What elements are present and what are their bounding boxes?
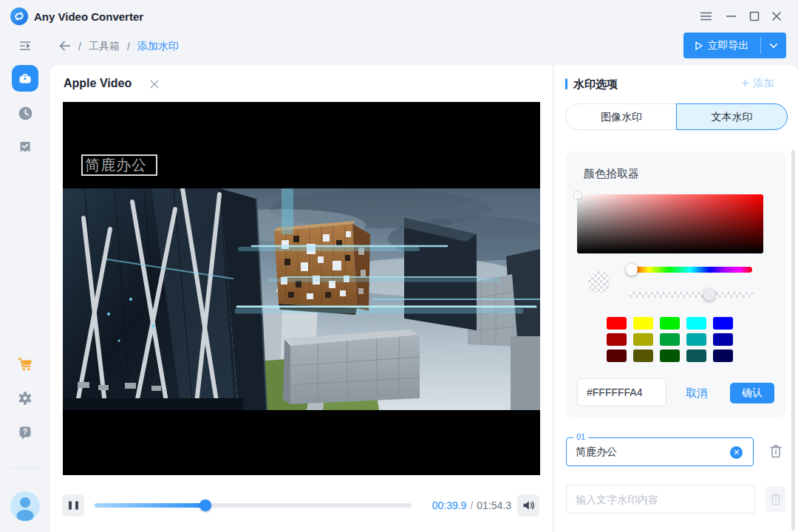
video-frame xyxy=(63,188,540,410)
cancel-button[interactable]: 取消 xyxy=(686,386,708,400)
time-separator: / xyxy=(470,499,473,511)
watermark-text-field-2 xyxy=(566,485,755,514)
clear-input-icon[interactable]: ✕ xyxy=(730,446,743,459)
tab-image-watermark[interactable]: 图像水印 xyxy=(566,104,677,129)
current-time: 00:39.9 xyxy=(432,499,467,511)
color-swatch[interactable] xyxy=(633,349,653,362)
hue-thumb[interactable] xyxy=(626,264,638,276)
sidebar-item-store[interactable] xyxy=(12,351,38,378)
user-avatar[interactable] xyxy=(10,491,40,521)
watermark-type-tabs: 图像水印 文本水印 xyxy=(565,103,787,130)
color-swatch[interactable] xyxy=(686,333,706,346)
tab-text-watermark[interactable]: 文本水印 xyxy=(676,103,788,130)
color-swatch[interactable] xyxy=(607,349,627,362)
add-label: 添加 xyxy=(754,77,774,90)
time-display: 00:39.9 / 01:54.3 xyxy=(414,499,511,511)
video-file-title: Apple Video xyxy=(64,77,132,90)
color-swatch[interactable] xyxy=(686,349,706,362)
confirm-button[interactable]: 确认 xyxy=(730,383,774,403)
person-icon xyxy=(10,491,40,521)
export-button[interactable]: 立即导出 xyxy=(683,33,786,58)
total-duration: 01:54.3 xyxy=(477,499,511,511)
color-swatch[interactable] xyxy=(633,317,653,330)
color-swatch[interactable] xyxy=(607,317,627,330)
window-close-icon[interactable] xyxy=(769,10,784,23)
color-swatch[interactable] xyxy=(713,333,733,346)
breadcrumb-separator: / xyxy=(127,41,130,52)
color-swatch[interactable] xyxy=(660,349,680,362)
add-watermark-button[interactable]: + 添加 xyxy=(741,77,774,90)
clock-icon xyxy=(18,106,33,121)
sidebar-item-toolbox[interactable] xyxy=(12,65,38,92)
window-maximize-icon[interactable] xyxy=(747,10,762,23)
swatch-grid xyxy=(607,317,734,362)
sidebar-item-history[interactable] xyxy=(12,100,38,126)
delete-watermark-2-icon[interactable] xyxy=(765,486,786,512)
color-swatch[interactable] xyxy=(660,317,680,330)
gear-icon xyxy=(17,390,33,406)
breadcrumb-current: 添加水印 xyxy=(137,40,179,53)
delete-watermark-1-icon[interactable] xyxy=(768,443,785,461)
export-dropdown-button[interactable] xyxy=(761,33,786,58)
help-icon: ? xyxy=(18,425,33,440)
panel-scrollbar[interactable] xyxy=(791,150,795,531)
task-check-icon xyxy=(18,140,33,154)
watermark-text-input-2[interactable] xyxy=(576,486,746,512)
back-arrow-icon[interactable] xyxy=(58,38,72,53)
color-picker-title: 颜色拾取器 xyxy=(584,167,639,181)
alpha-slider[interactable] xyxy=(630,292,754,298)
sidebar-divider xyxy=(9,467,41,468)
color-swatch[interactable] xyxy=(686,317,706,330)
app-logo-icon xyxy=(10,7,28,25)
volume-button[interactable] xyxy=(517,494,539,516)
video-preview[interactable]: 简鹿办公 xyxy=(63,102,540,475)
collapse-sidebar-icon[interactable] xyxy=(18,38,33,53)
sidebar-item-settings[interactable] xyxy=(12,385,38,412)
sidebar-item-help[interactable]: ? xyxy=(12,419,38,446)
pause-button[interactable] xyxy=(62,494,84,516)
color-swatch[interactable] xyxy=(633,333,653,346)
hue-slider[interactable] xyxy=(628,267,752,273)
watermark-text-input-1[interactable] xyxy=(576,439,716,465)
chevron-down-icon xyxy=(769,43,778,49)
export-label: 立即导出 xyxy=(708,39,749,52)
color-preview-swatch xyxy=(588,271,610,293)
alpha-thumb[interactable] xyxy=(703,289,715,301)
watermark-text-field-1: 01 ✕ xyxy=(566,437,754,466)
breadcrumb-toolbox[interactable]: 工具箱 xyxy=(89,40,120,53)
window-minimize-icon[interactable] xyxy=(723,10,738,23)
color-swatch[interactable] xyxy=(713,317,733,330)
speaker-icon xyxy=(522,499,536,512)
app-title: Any Video Converter xyxy=(34,10,143,23)
section-accent-bar xyxy=(565,78,567,89)
color-swatch[interactable] xyxy=(713,349,733,362)
close-file-icon[interactable] xyxy=(149,78,162,92)
watermark-text-overlay[interactable]: 简鹿办公 xyxy=(81,154,157,176)
panel-title: 水印选项 xyxy=(573,78,618,92)
color-swatch[interactable] xyxy=(660,333,680,346)
play-outline-icon xyxy=(695,41,703,50)
color-swatch[interactable] xyxy=(607,333,627,346)
pause-icon xyxy=(69,501,72,510)
breadcrumb-separator: / xyxy=(78,41,81,52)
saturation-field[interactable] xyxy=(577,194,763,253)
toolbox-icon xyxy=(17,70,33,86)
window-menu-icon[interactable] xyxy=(698,10,713,23)
svg-text:?: ? xyxy=(23,428,27,436)
title-bar: Any Video Converter xyxy=(0,0,798,33)
progress-fill xyxy=(95,503,205,508)
saturation-cursor[interactable] xyxy=(574,191,582,199)
shopping-cart-icon xyxy=(17,357,33,372)
breadcrumb: / 工具箱 / 添加水印 xyxy=(78,40,179,53)
hex-color-input[interactable] xyxy=(577,378,666,406)
sidebar-item-tasks[interactable] xyxy=(12,134,38,160)
plus-icon: + xyxy=(741,77,749,90)
seek-slider[interactable] xyxy=(95,503,412,508)
